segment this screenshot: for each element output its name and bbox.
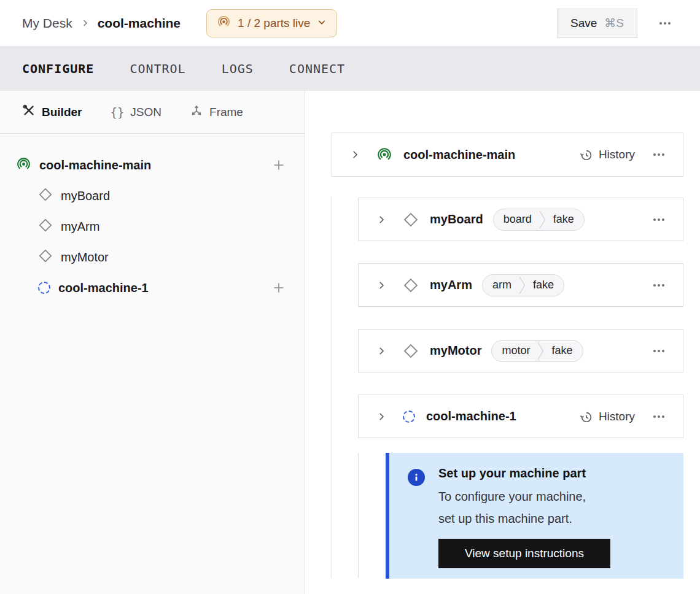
plus-icon [271, 158, 286, 172]
history-icon [580, 148, 593, 161]
chip-divider-icon [539, 209, 546, 231]
sidebar-mode-tabs: Builder {} JSON Frame [0, 91, 305, 134]
tab-builder-label: Builder [42, 106, 82, 119]
part-card-cool-machine-main: cool-machine-main History [332, 133, 683, 177]
component-diamond-icon [403, 343, 419, 359]
machine-tree: cool-machine-main myBoard myArm myMotor [0, 134, 305, 303]
card-more-button[interactable] [651, 347, 667, 355]
component-diamond-icon [38, 218, 53, 235]
history-label: History [599, 410, 635, 423]
breadcrumb: My Desk cool-machine [22, 16, 181, 31]
component-diamond-icon [38, 249, 53, 266]
tab-frame[interactable]: Frame [190, 104, 243, 120]
tree-guide-line [358, 453, 359, 578]
tab-json-label: JSON [130, 106, 161, 119]
card-title: cool-machine-1 [426, 409, 516, 423]
tree-item-label: cool-machine-1 [58, 281, 149, 295]
chip-api-label: arm [483, 279, 519, 291]
tab-connect[interactable]: CONNECT [289, 61, 345, 76]
component-card-myArm: myArm arm fake [358, 263, 683, 307]
tree-guide-line [332, 196, 332, 578]
save-button[interactable]: Save ⌘S [557, 9, 637, 38]
card-title: myBoard [430, 212, 483, 226]
tab-configure[interactable]: CONFIGURE [22, 61, 94, 76]
more-icon [653, 415, 664, 418]
tab-builder[interactable]: Builder [22, 104, 82, 120]
info-icon [408, 469, 425, 486]
callout-body: To configure your machine, set up this m… [438, 485, 610, 530]
component-card-myMotor: myMotor motor fake [358, 329, 683, 372]
tab-frame-label: Frame [209, 106, 243, 119]
tree-item-label: myBoard [61, 189, 110, 203]
save-shortcut: ⌘S [604, 16, 624, 30]
tree-item-myArm[interactable]: myArm [0, 211, 305, 242]
part-live-icon [376, 147, 392, 163]
chip-api-label: board [494, 213, 539, 226]
chip-model-label: fake [526, 279, 564, 291]
part-offline-icon [403, 411, 415, 423]
expand-chevron-icon[interactable] [376, 345, 387, 357]
tab-logs[interactable]: LOGS [222, 61, 254, 76]
expand-chevron-icon[interactable] [376, 280, 387, 291]
tree-item-label: myMotor [61, 250, 109, 264]
chip-divider-icon [537, 340, 544, 362]
card-more-button[interactable] [651, 282, 667, 289]
model-chip: board fake [493, 209, 585, 231]
config-sidebar: Builder {} JSON Frame [0, 91, 305, 594]
tree-item-label: cool-machine-main [39, 158, 151, 172]
more-icon [653, 153, 664, 156]
expand-chevron-icon[interactable] [376, 411, 387, 422]
chip-model-label: fake [544, 344, 582, 357]
chip-model-label: fake [546, 213, 584, 226]
part-offline-icon [38, 282, 50, 294]
chip-api-label: motor [492, 344, 537, 357]
card-title: myArm [430, 278, 472, 292]
history-label: History [599, 148, 635, 161]
builder-tools-icon [22, 104, 36, 120]
component-card-myBoard: myBoard board fake [358, 198, 683, 241]
config-canvas: cool-machine-main History myBoard b [305, 91, 700, 594]
frame-axes-icon [190, 104, 203, 120]
broadcast-icon [217, 15, 231, 31]
history-button[interactable]: History [580, 148, 635, 161]
tree-item-cool-machine-1[interactable]: cool-machine-1 [0, 272, 305, 303]
view-setup-instructions-button[interactable]: View setup instructions [438, 539, 610, 568]
card-more-button[interactable] [651, 151, 667, 158]
add-component-button[interactable] [271, 158, 286, 172]
component-diamond-icon [403, 212, 419, 228]
part-card-cool-machine-1: cool-machine-1 History [358, 395, 683, 438]
component-diamond-icon [403, 277, 419, 293]
setup-callout: Set up your machine part To configure yo… [386, 453, 683, 579]
tree-item-label: myArm [61, 220, 99, 234]
model-chip: arm fake [482, 274, 564, 296]
json-braces-icon: {} [110, 106, 124, 119]
more-icon [659, 22, 671, 25]
save-button-label: Save [570, 17, 597, 30]
plus-icon [271, 280, 286, 295]
breadcrumb-current: cool-machine [98, 16, 181, 31]
history-button[interactable]: History [580, 410, 635, 423]
chip-divider-icon [519, 274, 526, 296]
history-icon [580, 410, 593, 423]
expand-chevron-icon[interactable] [376, 214, 387, 225]
tree-item-cool-machine-main[interactable]: cool-machine-main [0, 150, 305, 180]
page-header: My Desk cool-machine 1 / 2 parts live Sa… [0, 0, 700, 46]
more-icon [653, 350, 664, 352]
add-component-button[interactable] [271, 280, 286, 295]
header-more-button[interactable] [652, 10, 678, 36]
part-live-icon [16, 156, 31, 174]
parts-status-badge[interactable]: 1 / 2 parts live [206, 9, 337, 37]
tab-control[interactable]: CONTROL [130, 61, 185, 76]
tree-item-myBoard[interactable]: myBoard [0, 180, 305, 211]
callout-title: Set up your machine part [438, 466, 610, 480]
tree-item-myMotor[interactable]: myMotor [0, 242, 305, 272]
more-icon [653, 284, 664, 287]
breadcrumb-parent[interactable]: My Desk [22, 16, 72, 31]
card-more-button[interactable] [651, 413, 667, 420]
card-more-button[interactable] [651, 216, 667, 223]
callout-body-line1: To configure your machine, [438, 485, 610, 507]
callout-body-line2: set up this machine part. [438, 507, 610, 530]
component-diamond-icon [38, 187, 53, 204]
tab-json[interactable]: {} JSON [110, 106, 161, 119]
expand-chevron-icon[interactable] [349, 149, 360, 160]
